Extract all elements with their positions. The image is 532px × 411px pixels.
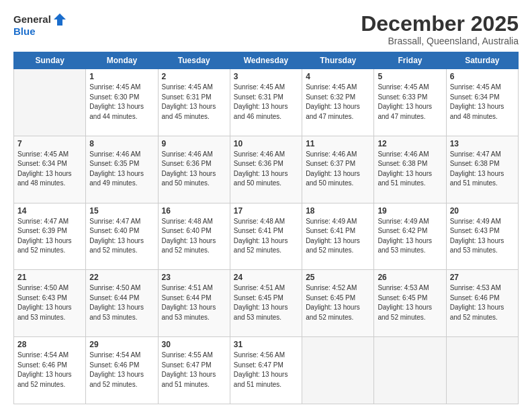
cell-info: Sunrise: 4:47 AM Sunset: 6:39 PM Dayligh… — [17, 217, 82, 256]
calendar-cell — [374, 337, 446, 404]
day-number: 8 — [89, 139, 154, 148]
cell-info: Sunrise: 4:50 AM Sunset: 6:44 PM Dayligh… — [89, 283, 154, 322]
day-number: 25 — [306, 273, 370, 282]
calendar-cell: 11Sunrise: 4:46 AM Sunset: 6:37 PM Dayli… — [302, 136, 374, 203]
cell-info: Sunrise: 4:51 AM Sunset: 6:45 PM Dayligh… — [234, 283, 298, 322]
calendar-cell: 4Sunrise: 4:45 AM Sunset: 6:32 PM Daylig… — [302, 69, 374, 136]
calendar-cell: 5Sunrise: 4:45 AM Sunset: 6:33 PM Daylig… — [374, 69, 446, 136]
calendar-cell: 23Sunrise: 4:51 AM Sunset: 6:44 PM Dayli… — [158, 270, 230, 337]
calendar-cell: 7Sunrise: 4:45 AM Sunset: 6:34 PM Daylig… — [14, 136, 86, 203]
calendar-cell: 20Sunrise: 4:49 AM Sunset: 6:43 PM Dayli… — [446, 203, 518, 270]
cell-info: Sunrise: 4:46 AM Sunset: 6:35 PM Dayligh… — [89, 150, 154, 189]
calendar-cell: 16Sunrise: 4:48 AM Sunset: 6:40 PM Dayli… — [158, 203, 230, 270]
logo-icon — [52, 12, 67, 27]
cell-info: Sunrise: 4:51 AM Sunset: 6:44 PM Dayligh… — [162, 283, 226, 322]
day-number: 2 — [162, 72, 226, 81]
cell-info: Sunrise: 4:52 AM Sunset: 6:45 PM Dayligh… — [306, 283, 370, 322]
day-number: 20 — [450, 206, 515, 216]
day-number: 19 — [378, 206, 442, 216]
calendar-cell: 24Sunrise: 4:51 AM Sunset: 6:45 PM Dayli… — [230, 270, 302, 337]
day-number: 21 — [17, 273, 82, 282]
calendar-cell: 19Sunrise: 4:49 AM Sunset: 6:42 PM Dayli… — [374, 203, 446, 270]
cell-info: Sunrise: 4:46 AM Sunset: 6:36 PM Dayligh… — [234, 150, 298, 189]
calendar-cell: 6Sunrise: 4:45 AM Sunset: 6:34 PM Daylig… — [446, 69, 518, 136]
cell-info: Sunrise: 4:49 AM Sunset: 6:42 PM Dayligh… — [378, 217, 442, 256]
cell-info: Sunrise: 4:45 AM Sunset: 6:34 PM Dayligh… — [17, 150, 82, 189]
calendar-cell: 1Sunrise: 4:45 AM Sunset: 6:30 PM Daylig… — [86, 69, 158, 136]
cell-info: Sunrise: 4:47 AM Sunset: 6:40 PM Dayligh… — [89, 217, 154, 256]
day-number: 26 — [378, 273, 442, 282]
calendar-cell: 31Sunrise: 4:56 AM Sunset: 6:47 PM Dayli… — [230, 337, 302, 404]
cell-info: Sunrise: 4:48 AM Sunset: 6:40 PM Dayligh… — [162, 217, 226, 256]
weekday-header-saturday: Saturday — [446, 52, 518, 69]
weekday-header-thursday: Thursday — [302, 52, 374, 69]
cell-info: Sunrise: 4:45 AM Sunset: 6:31 PM Dayligh… — [234, 83, 298, 122]
weekday-header-wednesday: Wednesday — [230, 52, 302, 69]
cell-info: Sunrise: 4:45 AM Sunset: 6:32 PM Dayligh… — [306, 83, 370, 122]
cell-info: Sunrise: 4:46 AM Sunset: 6:37 PM Dayligh… — [306, 150, 370, 189]
day-number: 31 — [234, 340, 298, 349]
header: General Blue December 2025 Brassall, Que… — [13, 12, 519, 46]
cell-info: Sunrise: 4:55 AM Sunset: 6:47 PM Dayligh… — [162, 351, 226, 390]
day-number: 23 — [162, 273, 226, 282]
cell-info: Sunrise: 4:49 AM Sunset: 6:41 PM Dayligh… — [306, 217, 370, 256]
cell-info: Sunrise: 4:47 AM Sunset: 6:38 PM Dayligh… — [450, 150, 515, 189]
day-number: 16 — [162, 206, 226, 216]
calendar-cell: 17Sunrise: 4:48 AM Sunset: 6:41 PM Dayli… — [230, 203, 302, 270]
calendar-cell: 13Sunrise: 4:47 AM Sunset: 6:38 PM Dayli… — [446, 136, 518, 203]
calendar-cell: 25Sunrise: 4:52 AM Sunset: 6:45 PM Dayli… — [302, 270, 374, 337]
calendar-cell: 29Sunrise: 4:54 AM Sunset: 6:46 PM Dayli… — [86, 337, 158, 404]
day-number: 14 — [17, 206, 82, 216]
day-number: 22 — [89, 273, 154, 282]
day-number: 3 — [234, 72, 298, 81]
day-number: 30 — [162, 340, 226, 349]
calendar-cell: 10Sunrise: 4:46 AM Sunset: 6:36 PM Dayli… — [230, 136, 302, 203]
cell-info: Sunrise: 4:54 AM Sunset: 6:46 PM Dayligh… — [89, 351, 154, 390]
cell-info: Sunrise: 4:46 AM Sunset: 6:38 PM Dayligh… — [378, 150, 442, 189]
week-row-5: 28Sunrise: 4:54 AM Sunset: 6:46 PM Dayli… — [14, 337, 519, 404]
cell-info: Sunrise: 4:56 AM Sunset: 6:47 PM Dayligh… — [234, 351, 298, 390]
cell-info: Sunrise: 4:50 AM Sunset: 6:43 PM Dayligh… — [17, 283, 82, 322]
calendar-cell: 3Sunrise: 4:45 AM Sunset: 6:31 PM Daylig… — [230, 69, 302, 136]
logo-general-text: General — [13, 13, 51, 26]
cell-info: Sunrise: 4:45 AM Sunset: 6:31 PM Dayligh… — [162, 83, 226, 122]
calendar-cell: 30Sunrise: 4:55 AM Sunset: 6:47 PM Dayli… — [158, 337, 230, 404]
weekday-header-friday: Friday — [374, 52, 446, 69]
day-number: 6 — [450, 72, 515, 81]
day-number: 5 — [378, 72, 442, 81]
calendar-cell: 8Sunrise: 4:46 AM Sunset: 6:35 PM Daylig… — [86, 136, 158, 203]
calendar-cell: 22Sunrise: 4:50 AM Sunset: 6:44 PM Dayli… — [86, 270, 158, 337]
day-number: 9 — [162, 139, 226, 148]
week-row-2: 7Sunrise: 4:45 AM Sunset: 6:34 PM Daylig… — [14, 136, 519, 203]
week-row-1: 1Sunrise: 4:45 AM Sunset: 6:30 PM Daylig… — [14, 69, 519, 136]
day-number: 29 — [89, 340, 154, 349]
calendar-cell: 18Sunrise: 4:49 AM Sunset: 6:41 PM Dayli… — [302, 203, 374, 270]
calendar-cell — [14, 69, 86, 136]
calendar-table: SundayMondayTuesdayWednesdayThursdayFrid… — [13, 52, 519, 404]
calendar-cell: 26Sunrise: 4:53 AM Sunset: 6:45 PM Dayli… — [374, 270, 446, 337]
day-number: 7 — [17, 139, 82, 148]
calendar-cell: 2Sunrise: 4:45 AM Sunset: 6:31 PM Daylig… — [158, 69, 230, 136]
day-number: 13 — [450, 139, 515, 148]
cell-info: Sunrise: 4:53 AM Sunset: 6:46 PM Dayligh… — [450, 283, 515, 322]
day-number: 4 — [306, 72, 370, 81]
location: Brassall, Queensland, Australia — [361, 36, 519, 46]
svg-marker-0 — [54, 13, 66, 26]
cell-info: Sunrise: 4:45 AM Sunset: 6:34 PM Dayligh… — [450, 83, 515, 122]
calendar-cell: 12Sunrise: 4:46 AM Sunset: 6:38 PM Dayli… — [374, 136, 446, 203]
logo: General Blue — [13, 12, 67, 38]
calendar-cell: 15Sunrise: 4:47 AM Sunset: 6:40 PM Dayli… — [86, 203, 158, 270]
weekday-header-monday: Monday — [86, 52, 158, 69]
calendar-cell: 14Sunrise: 4:47 AM Sunset: 6:39 PM Dayli… — [14, 203, 86, 270]
weekday-header-sunday: Sunday — [14, 52, 86, 69]
logo-blue-text: Blue — [13, 26, 36, 38]
cell-info: Sunrise: 4:45 AM Sunset: 6:33 PM Dayligh… — [378, 83, 442, 122]
calendar-cell: 27Sunrise: 4:53 AM Sunset: 6:46 PM Dayli… — [446, 270, 518, 337]
cell-info: Sunrise: 4:54 AM Sunset: 6:46 PM Dayligh… — [17, 351, 82, 390]
day-number: 10 — [234, 139, 298, 148]
day-number: 17 — [234, 206, 298, 216]
calendar-cell: 21Sunrise: 4:50 AM Sunset: 6:43 PM Dayli… — [14, 270, 86, 337]
page: General Blue December 2025 Brassall, Que… — [0, 0, 532, 411]
day-number: 18 — [306, 206, 370, 216]
cell-info: Sunrise: 4:48 AM Sunset: 6:41 PM Dayligh… — [234, 217, 298, 256]
